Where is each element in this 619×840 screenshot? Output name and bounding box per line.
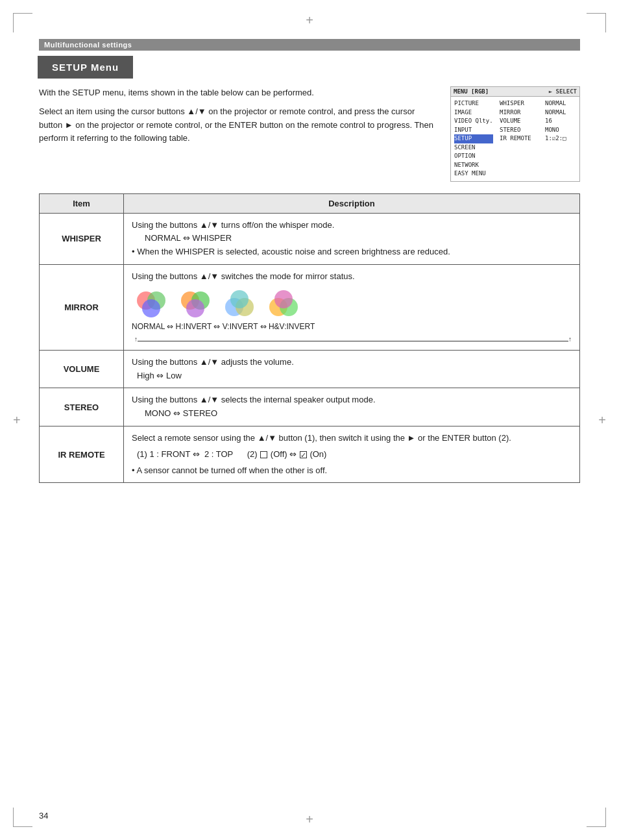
menu-screenshot-header: MENU [RGB] ► SELECT [451,87,579,97]
table-row-volume: VOLUME Using the buttons ▲/▼ adjusts the… [40,350,580,388]
desc-stereo: Using the buttons ▲/▼ selects the intern… [124,388,580,426]
mirror-line1: Using the buttons ▲/▼ switches the mode … [132,270,572,284]
desc-irremote: Select a remote sensor using the ▲/▼ but… [124,426,580,483]
corner-mark-bl [13,808,32,827]
menu-row-easymenu: EASY MENU [454,169,493,179]
svg-point-5 [186,299,204,317]
checkbox-off [260,451,267,458]
crosshair-top [306,13,313,28]
mirror-return-arrow: ↑ ↑ [134,334,572,345]
whisper-line2: NORMAL ⇔ WHISPER [145,232,572,245]
item-stereo: STEREO [40,388,124,426]
item-whisper: WHISPER [40,213,124,264]
menu-row-video: VIDEO Qlty. [454,117,493,126]
item-irremote: IR REMOTE [40,426,124,483]
menu-set-ir: 1:☑2:□ [545,134,574,143]
menu-val-volume: VOLUME [500,117,539,126]
menu-screenshot: MENU [RGB] ► SELECT PICTURE IMAGE VIDEO … [450,86,580,182]
menu-row-setup: SETUP [454,134,493,143]
mirror-img-normal [132,289,171,318]
section-header: Multifunctional settings [39,39,580,51]
irremote-line2: (1) 1 : FRONT ⇔ 2 : TOP (2) (Off) ⇔ (On) [137,448,572,462]
menu-header-left: MENU [RGB] [454,88,489,95]
svg-point-11 [274,290,293,308]
menu-row-picture: PICTURE [454,99,493,108]
menu-row-screen: SCREEN [454,143,493,153]
menu-col-items: PICTURE IMAGE VIDEO Qlty. INPUT SETUP SC… [451,98,496,180]
menu-row-input: INPUT [454,126,493,135]
intro-p2: Select an item using the cursor buttons … [39,105,437,145]
irremote-line3: • A sensor cannot be turned off when the… [132,464,572,478]
table-row-mirror: MIRROR Using the buttons ▲/▼ switches th… [40,264,580,350]
mirror-img-vinvert [220,289,259,318]
svg-point-2 [142,299,160,317]
stereo-line1: Using the buttons ▲/▼ selects the intern… [132,393,572,407]
irremote-line1: Select a remote sensor using the ▲/▼ but… [132,432,572,445]
page-title: SETUP Menu [52,62,119,73]
menu-set-normal1: NORMAL [545,99,574,108]
table-header-desc: Description [124,193,580,213]
menu-row-image: IMAGE [454,108,493,117]
table-row-whisper: WHISPER Using the buttons ▲/▼ turns off/… [40,213,580,264]
menu-val-stereo: STEREO [500,126,539,135]
intro-section: With the SETUP menu, items shown in the … [39,86,580,182]
mirror-images [132,289,572,318]
checkbox-on [300,451,307,458]
title-box: SETUP Menu [39,57,132,77]
desc-volume: Using the buttons ▲/▼ adjusts the volume… [124,350,580,388]
corner-mark-br [587,808,606,827]
table-row-stereo: STEREO Using the buttons ▲/▼ selects the… [40,388,580,426]
item-volume: VOLUME [40,350,124,388]
table-row-irremote: IR REMOTE Select a remote sensor using t… [40,426,580,483]
menu-row-option: OPTION [454,152,493,161]
menu-val-whisper: WHISPER [500,99,539,108]
menu-set-16: 16 [545,117,574,126]
svg-point-8 [230,290,249,308]
mirror-modes: NORMAL ⇔ H:INVERT ⇔ V:INVERT ⇔ H&V:INVER… [132,321,572,333]
menu-row-network: NETWORK [454,161,493,170]
crosshair-bottom [306,812,313,827]
crosshair-right [598,413,606,428]
mirror-img-hvinvert [264,289,303,318]
item-mirror: MIRROR [40,264,124,350]
volume-line1: Using the buttons ▲/▼ adjusts the volume… [132,356,572,369]
table-header-item: Item [40,193,124,213]
menu-col-values: WHISPER MIRROR VOLUME STEREO IR REMOTE [496,98,542,180]
mirror-img-hinvert [176,289,215,318]
intro-text: With the SETUP menu, items shown in the … [39,86,437,182]
menu-body: PICTURE IMAGE VIDEO Qlty. INPUT SETUP SC… [451,97,579,181]
intro-p1: With the SETUP menu, items shown in the … [39,86,437,100]
menu-header-right: ► SELECT [549,88,577,95]
whisper-line3: • When the WHISPER is selected, acoustic… [132,245,572,259]
menu-val-mirror: MIRROR [500,108,539,117]
main-table: Item Description WHISPER Using the butto… [39,193,580,484]
menu-set-normal2: NORMAL [545,108,574,117]
whisper-line1: Using the buttons ▲/▼ turns off/on the w… [132,219,572,232]
corner-mark-tl [13,13,32,32]
page-number: 34 [39,811,48,821]
menu-set-mono: MONO [545,126,574,135]
menu-val-irremote: IR REMOTE [500,134,539,143]
volume-line2: High ⇔ Low [137,369,572,383]
desc-whisper: Using the buttons ▲/▼ turns off/on the w… [124,213,580,264]
crosshair-left [13,413,21,428]
stereo-line2: MONO ⇔ STEREO [145,407,572,421]
menu-col-settings: NORMAL NORMAL 16 MONO 1:☑2:□ [542,98,577,180]
corner-mark-tr [587,13,606,32]
desc-mirror: Using the buttons ▲/▼ switches the mode … [124,264,580,350]
